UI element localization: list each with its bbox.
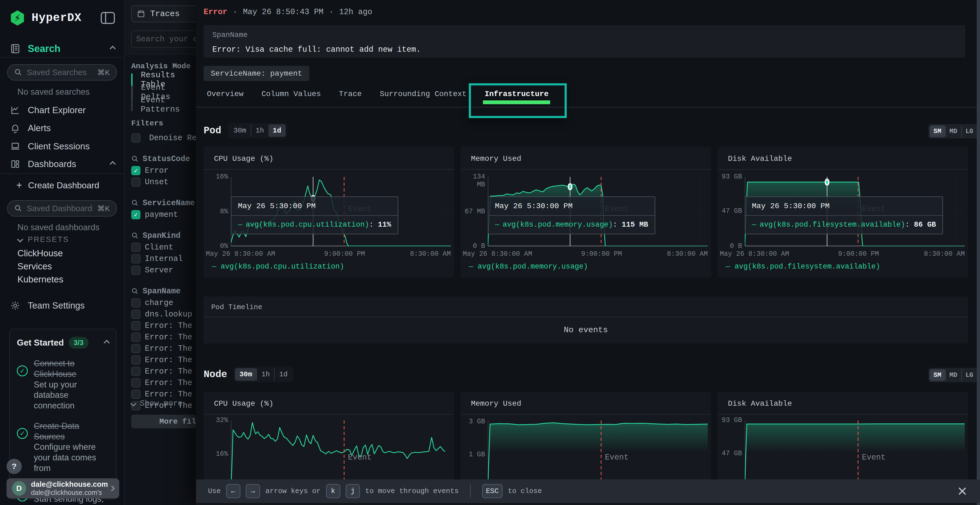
presets-toggle[interactable]: PRESETS xyxy=(0,235,125,244)
get-started-step[interactable]: ✓ Connect to ClickHouse Set up your data… xyxy=(17,358,109,411)
filter-option[interactable]: Error: The cr xyxy=(131,377,196,389)
range-1d[interactable]: 1d xyxy=(274,368,292,381)
sidebar-item-dashboards[interactable]: Dashboards xyxy=(0,159,125,169)
filter-option[interactable]: Internal xyxy=(131,253,196,264)
checkbox[interactable] xyxy=(131,243,140,252)
checkbox[interactable] xyxy=(131,298,140,308)
checkbox[interactable]: ✓ xyxy=(131,210,140,219)
range-1h[interactable]: 1h xyxy=(251,124,269,137)
checkbox[interactable] xyxy=(131,321,140,330)
checkbox[interactable] xyxy=(131,332,140,342)
event-details-panel: Error · May 26 8:50:43 PM · 12h ago Span… xyxy=(196,0,980,505)
scrollbar[interactable] xyxy=(977,0,980,505)
checkbox[interactable] xyxy=(131,378,140,387)
saved-searches-input[interactable]: ⌘K xyxy=(7,64,117,81)
checkbox[interactable] xyxy=(131,344,140,353)
arrow-left-key[interactable]: ← xyxy=(226,484,240,498)
tab-surrounding-context[interactable]: Surrounding Context xyxy=(380,90,466,108)
filter-option[interactable]: ✓Error xyxy=(131,165,196,176)
preset-clickhouse[interactable]: ClickHouse xyxy=(0,248,125,259)
j-key[interactable]: j xyxy=(346,484,360,498)
range-1h[interactable]: 1h xyxy=(256,368,274,381)
preset-kubernetes[interactable]: Kubernetes xyxy=(0,274,125,284)
checkbox[interactable]: ✓ xyxy=(131,166,140,175)
filter-option[interactable]: Error: The cr xyxy=(131,354,196,366)
size-sm[interactable]: SM xyxy=(930,125,945,137)
help-button[interactable]: ? xyxy=(6,459,22,474)
range-30m[interactable]: 30m xyxy=(235,368,256,381)
filter-label: Denoise Re xyxy=(149,133,196,143)
filter-option[interactable]: ✓payment xyxy=(131,209,196,221)
checkbox[interactable] xyxy=(131,390,140,399)
size-sm[interactable]: SM xyxy=(930,369,945,381)
tab-overview[interactable]: Overview xyxy=(207,90,243,108)
get-started-progress-badge: 3/3 xyxy=(68,337,88,349)
create-dashboard-button[interactable]: + Create Dashboard xyxy=(0,179,125,191)
collapse-sidebar-icon[interactable] xyxy=(101,12,115,24)
size-md[interactable]: MD xyxy=(945,369,961,381)
filter-option-label: Error: The cr xyxy=(145,356,196,365)
y-axis-label: 32% xyxy=(205,416,228,424)
checkbox[interactable] xyxy=(131,355,140,365)
sidebar-item-client-sessions[interactable]: Client Sessions xyxy=(0,141,125,152)
show-more[interactable]: Show more xyxy=(131,398,196,409)
arrow-right-key[interactable]: → xyxy=(246,484,260,498)
divider xyxy=(0,173,124,174)
chart-plot[interactable] xyxy=(231,420,451,488)
event-search-field[interactable] xyxy=(136,35,196,44)
filter-option[interactable]: Client xyxy=(131,241,196,253)
analysis-mode-event-patterns[interactable]: Event Patterns xyxy=(131,98,196,111)
checkbox[interactable] xyxy=(131,310,140,319)
chevron-up-icon[interactable] xyxy=(104,340,110,346)
tooltip-value: 86 GB xyxy=(905,221,936,229)
filter-option[interactable]: dns.lookup xyxy=(131,308,196,320)
filter-option-label: Error: The cr xyxy=(145,378,196,387)
size-lg[interactable]: LG xyxy=(961,125,977,137)
size-md[interactable]: MD xyxy=(945,125,961,137)
service-name-tag[interactable]: ServiceName: payment xyxy=(204,66,309,81)
sidebar-item-search[interactable]: Search xyxy=(0,43,125,54)
filter-option[interactable]: Error: The cr xyxy=(131,366,196,377)
event-search[interactable] xyxy=(131,30,196,48)
chart-title: Memory Used xyxy=(471,399,521,408)
saved-dashboards-field[interactable] xyxy=(27,204,93,213)
sidebar-item-chart-explorer[interactable]: Chart Explorer xyxy=(0,105,125,115)
checkbox[interactable] xyxy=(131,178,140,187)
close-icon[interactable] xyxy=(957,486,968,497)
saved-dashboards-input[interactable]: ⌘K xyxy=(7,200,117,217)
check-circle-icon: ✓ xyxy=(17,365,28,376)
tab-trace[interactable]: Trace xyxy=(339,90,362,108)
filter-denoise[interactable]: Denoise Re xyxy=(131,132,196,144)
filter-option-label: Error: The cr xyxy=(145,321,196,330)
preset-services[interactable]: Services xyxy=(0,261,125,272)
pod-cpu-chart-card: CPU Usage (%) avg(k8s.pod.cpu.utilizatio… xyxy=(204,147,454,278)
size-lg[interactable]: LG xyxy=(961,369,977,381)
checkbox[interactable] xyxy=(131,367,140,376)
esc-key[interactable]: ESC xyxy=(482,484,503,498)
checkbox[interactable] xyxy=(131,265,140,275)
more-filters-button[interactable]: More fil xyxy=(131,414,196,428)
range-1d[interactable]: 1d xyxy=(269,124,286,137)
chart-plot[interactable] xyxy=(745,420,965,488)
tab-column-values[interactable]: Column Values xyxy=(261,90,321,108)
k-key[interactable]: k xyxy=(326,484,340,498)
checkbox[interactable] xyxy=(131,133,140,143)
filter-option[interactable]: charge xyxy=(131,297,196,308)
chart-plot[interactable] xyxy=(488,420,708,488)
source-select[interactable]: Traces xyxy=(131,5,196,22)
filter-option[interactable]: Error: The cr xyxy=(131,332,196,343)
hyperdx-logo-icon: ⚡ xyxy=(10,10,25,25)
y-axis-label: 0 B xyxy=(462,242,485,250)
checkbox[interactable] xyxy=(131,254,140,264)
filter-option[interactable]: Server xyxy=(131,264,196,276)
sidebar-item-alerts[interactable]: Alerts xyxy=(0,123,125,133)
saved-searches-field[interactable] xyxy=(27,68,93,77)
sidebar-item-team-settings[interactable]: Team Settings xyxy=(0,300,125,311)
range-30m[interactable]: 30m xyxy=(229,124,251,137)
get-started-step[interactable]: ✓ Create Data Sources Configure where yo… xyxy=(17,421,109,474)
user-menu[interactable]: D dale@clickhouse.com dale@clickhouse.co… xyxy=(6,478,119,499)
filter-option[interactable]: Error: The cr xyxy=(131,343,196,354)
filter-option[interactable]: Error: The cr xyxy=(131,320,196,332)
sidebar-item-label: Search xyxy=(28,43,60,54)
filter-option[interactable]: Unset xyxy=(131,176,196,188)
